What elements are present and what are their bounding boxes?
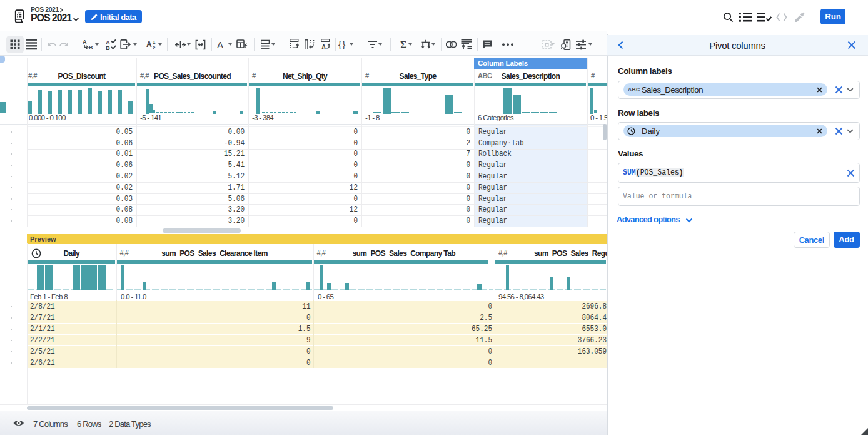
svg-text:{}: {} [338, 39, 346, 49]
svg-text:A: A [321, 44, 326, 51]
svg-text:A: A [83, 39, 87, 45]
svg-text:B: B [89, 44, 93, 50]
svg-text:A: A [146, 40, 152, 49]
svg-text:A: A [217, 39, 223, 50]
svg-text:2: 2 [153, 45, 156, 50]
svg-text:Σ: Σ [400, 39, 406, 50]
svg-text:1: 1 [153, 39, 156, 45]
svg-text:B: B [106, 44, 110, 50]
